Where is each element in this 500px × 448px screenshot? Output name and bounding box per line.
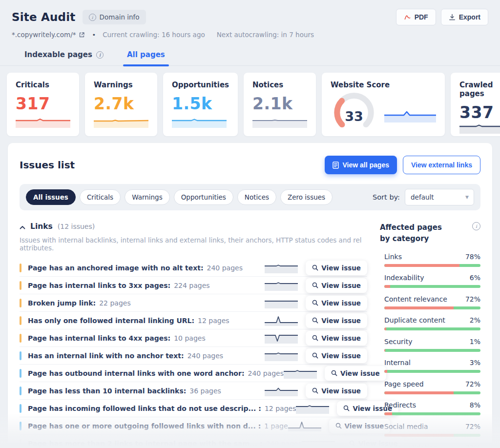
- issue-page-count: 10 pages: [174, 334, 206, 342]
- view-issue-label: View issue: [321, 352, 361, 360]
- tab-bar: Indexable pages i All pages: [0, 46, 500, 66]
- card-label: Website Score: [331, 81, 436, 89]
- warnings-card[interactable]: Warnings 2.7k: [85, 73, 157, 136]
- category-bar: [384, 264, 480, 267]
- search-icon: [312, 352, 318, 359]
- filter-pill-all-issues[interactable]: All issues: [26, 189, 76, 205]
- external-link-icon: [79, 32, 85, 38]
- view-external-links-button[interactable]: View external links: [403, 156, 480, 174]
- filter-pill-criticals[interactable]: Criticals: [80, 189, 121, 205]
- next-autocrawling-text: Next autocrawling: in 7 hours: [217, 31, 314, 39]
- view-all-pages-button[interactable]: View all pages: [325, 156, 397, 174]
- issue-label: Has only one followed internal linking U…: [28, 317, 194, 325]
- chevron-down-icon: ▼: [465, 195, 469, 200]
- issue-page-count: 240 pages: [207, 264, 243, 272]
- issue-page-count: 240 pages: [188, 352, 223, 360]
- view-issue-button[interactable]: View issue: [306, 278, 367, 293]
- view-issue-button[interactable]: View issue: [306, 384, 367, 398]
- info-icon[interactable]: i: [472, 222, 480, 230]
- search-icon: [312, 387, 318, 394]
- domain-info-button[interactable]: i Domain info: [83, 10, 146, 24]
- issue-filter-bar: All issuesCriticalsWarningsOpportunities…: [20, 184, 480, 210]
- site-url-link[interactable]: *.copywritely.com/*: [12, 31, 85, 39]
- card-label: Opportunities: [172, 81, 229, 89]
- issue-sparkline: [265, 315, 298, 326]
- issue-row: Page has incoming followed links that do…: [20, 400, 367, 417]
- search-icon: [312, 335, 318, 341]
- category-percent: 8%: [470, 401, 480, 409]
- notices-card[interactable]: Notices 2.1k: [244, 73, 316, 136]
- issue-page-count: 12 pages: [198, 317, 229, 325]
- pdf-icon: [404, 14, 411, 21]
- issue-row: Page has internal links to 4xx pages:10 …: [20, 329, 367, 347]
- view-all-pages-label: View all pages: [343, 161, 389, 169]
- issue-page-count: 224 pages: [174, 282, 209, 289]
- issue-sparkline: [265, 280, 298, 291]
- category-item[interactable]: Content relevance72%: [384, 295, 480, 309]
- search-icon: [349, 440, 355, 447]
- view-issue-button[interactable]: View issue: [306, 313, 367, 328]
- category-bar: [384, 349, 480, 352]
- filter-pill-opportunities[interactable]: Opportunities: [174, 189, 233, 205]
- issue-label: Page has internal links to 3xx pages:: [28, 282, 170, 289]
- search-icon: [312, 265, 318, 271]
- opportunities-card[interactable]: Opportunities 1.5k: [163, 73, 238, 136]
- pdf-button[interactable]: PDF: [396, 9, 436, 25]
- website-score-card[interactable]: Website Score 33: [322, 73, 445, 136]
- category-label: Internal: [384, 359, 411, 367]
- tab-all-pages[interactable]: All pages: [126, 46, 166, 65]
- view-issue-button[interactable]: View issue: [306, 348, 367, 363]
- search-icon: [343, 405, 350, 411]
- tab-indexable-pages[interactable]: Indexable pages i: [23, 46, 104, 65]
- issue-label: Has an internal link with no anchor text…: [28, 352, 184, 360]
- view-issue-button[interactable]: View issue: [306, 261, 367, 275]
- category-item[interactable]: Social media72%: [384, 423, 480, 437]
- issue-row: Page has internal links to 3xx pages:224…: [20, 277, 367, 294]
- issue-row: Page has outbound internal links with on…: [20, 365, 367, 382]
- stat-cards-row: Criticals 317 Warnings 2.7k Opportunitie…: [0, 66, 500, 136]
- category-item[interactable]: Internal3%: [384, 359, 480, 373]
- category-percent: 72%: [465, 295, 480, 303]
- view-issue-button[interactable]: View issue: [306, 331, 367, 346]
- filter-pill-warnings[interactable]: Warnings: [125, 189, 170, 205]
- severity-bar: [20, 264, 21, 272]
- criticals-card[interactable]: Criticals 317: [7, 73, 79, 136]
- issue-row: Has only one followed internal linking U…: [20, 312, 367, 329]
- category-percent: 3%: [470, 359, 480, 367]
- issues-list-title: Issues list: [20, 159, 75, 171]
- category-label: Content relevance: [384, 295, 447, 303]
- crawled-pages-card[interactable]: Crawled pages 337: [451, 73, 500, 136]
- card-label: Warnings: [94, 81, 148, 89]
- collapse-chevron-icon[interactable]: [20, 225, 25, 229]
- category-item[interactable]: Security1%: [384, 338, 480, 352]
- category-item[interactable]: Page speed72%: [384, 380, 480, 394]
- category-percent: 6%: [470, 274, 480, 282]
- category-item[interactable]: Redirects8%: [384, 401, 480, 415]
- severity-bar: [20, 299, 21, 307]
- view-issue-label: View issue: [321, 282, 361, 289]
- issue-filter-pills: All issuesCriticalsWarningsOpportunities…: [26, 189, 333, 205]
- filter-pill-notices[interactable]: Notices: [237, 189, 276, 205]
- category-percent: 1%: [470, 338, 480, 346]
- sort-select[interactable]: default ▼: [405, 189, 474, 205]
- filter-pill-zero-issues[interactable]: Zero issues: [280, 189, 333, 205]
- affected-pages-sidebar: Affected pages by category i Links78%Ind…: [367, 222, 480, 448]
- card-label: Crawled pages: [459, 81, 500, 98]
- category-item[interactable]: Links78%: [384, 253, 480, 267]
- view-issue-button[interactable]: View issue: [306, 296, 367, 310]
- category-item[interactable]: Duplicate content2%: [384, 316, 480, 330]
- affected-pages-title: Affected pages by category: [380, 222, 453, 245]
- severity-bar: [20, 404, 21, 413]
- issue-row: Page has more than 2 links to internal p…: [20, 435, 367, 448]
- issue-page-count: 1 page: [264, 422, 288, 430]
- issue-row: Has an internal link with no anchor text…: [20, 347, 367, 365]
- search-icon: [331, 370, 337, 376]
- category-item[interactable]: Indexability6%: [384, 274, 480, 288]
- issue-sparkline: [302, 438, 335, 448]
- severity-bar: [20, 316, 21, 325]
- export-button[interactable]: Export: [441, 9, 488, 25]
- category-label: Indexability: [384, 274, 424, 282]
- page-title: Site Audit: [12, 11, 76, 23]
- category-item[interactable]: Code validation72%: [384, 444, 480, 448]
- website-score-sparkline: [384, 110, 436, 124]
